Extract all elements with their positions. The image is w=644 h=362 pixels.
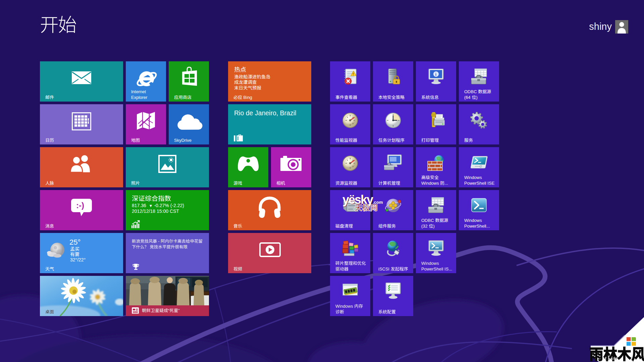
svg-text:i: i (435, 72, 437, 77)
svg-text::-): :-) (76, 201, 84, 210)
svg-text:!: ! (353, 72, 354, 76)
svg-text:YLMF: YLMF (604, 357, 619, 361)
